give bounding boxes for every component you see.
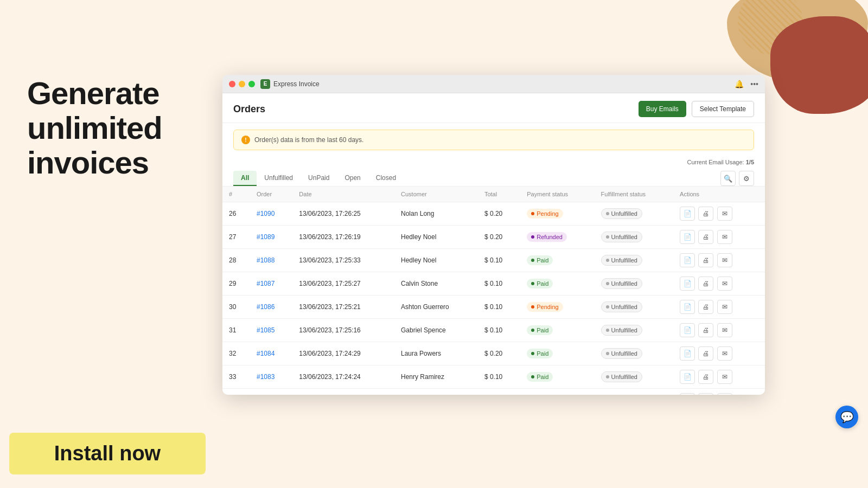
col-payment: Payment status [520, 187, 594, 202]
email-button[interactable]: ✉ [717, 230, 732, 244]
email-button[interactable]: ✉ [717, 300, 732, 314]
cell-order: #1083 [250, 365, 292, 389]
print-button[interactable]: 🖨 [698, 393, 713, 395]
email-button[interactable]: ✉ [717, 370, 732, 384]
col-fulfillment: Fulfillment status [595, 187, 673, 202]
col-total: Total [478, 187, 520, 202]
cell-total: $ 0.20 [478, 226, 520, 249]
cell-actions: 📄 🖨 ✉ [673, 389, 765, 395]
order-link[interactable]: #1089 [257, 233, 275, 241]
cell-fulfillment: Unfulfilled [595, 202, 673, 226]
tab-unfulfilled[interactable]: Unfulfilled [257, 171, 301, 186]
download-button[interactable]: 📄 [680, 323, 695, 337]
order-link[interactable]: #1084 [257, 350, 275, 357]
download-button[interactable]: 📄 [680, 300, 695, 314]
table-row: 33 #1083 13/06/2023, 17:24:24 Henry Rami… [222, 365, 765, 389]
fulfillment-badge: Unfulfilled [601, 232, 642, 242]
print-button[interactable]: 🖨 [698, 253, 713, 267]
cell-payment: Refunded [520, 226, 594, 249]
cell-total: $ 0.20 [478, 342, 520, 365]
cell-num: 29 [222, 272, 250, 296]
order-link[interactable]: #1086 [257, 303, 275, 311]
email-button[interactable]: ✉ [717, 346, 732, 361]
payment-badge-dot [531, 259, 534, 262]
print-button[interactable]: 🖨 [698, 370, 713, 384]
cell-fulfillment: Unfulfilled [595, 319, 673, 342]
order-link[interactable]: #1088 [257, 256, 275, 264]
order-link[interactable]: #1085 [257, 326, 275, 334]
search-button[interactable]: 🔍 [720, 171, 736, 186]
print-button[interactable]: 🖨 [698, 207, 713, 221]
cell-date: 13/06/2023, 17:25:33 [292, 249, 394, 272]
table-row: 26 #1090 13/06/2023, 17:26:25 Nolan Long… [222, 202, 765, 226]
left-panel: Generate unlimited invoices [27, 76, 212, 179]
bell-icon[interactable]: 🔔 [735, 80, 744, 88]
payment-badge: Pending [527, 209, 563, 219]
cell-actions: 📄 🖨 ✉ [673, 342, 765, 365]
table-header-row: # Order Date Customer Total Payment stat… [222, 187, 765, 202]
cell-date: 13/06/2023, 17:25:16 [292, 319, 394, 342]
chat-button[interactable]: 💬 [835, 406, 858, 428]
download-button[interactable]: 📄 [680, 277, 695, 291]
install-now-button[interactable]: Install now [9, 433, 206, 474]
traffic-lights [229, 81, 255, 87]
print-button[interactable]: 🖨 [698, 300, 713, 314]
print-button[interactable]: 🖨 [698, 346, 713, 361]
order-link[interactable]: #1087 [257, 280, 275, 287]
tab-all[interactable]: All [233, 171, 257, 186]
select-template-button[interactable]: Select Template [692, 101, 754, 117]
tab-closed[interactable]: Closed [368, 171, 404, 186]
buy-emails-button[interactable]: Buy Emails [639, 101, 686, 117]
col-actions: Actions [673, 187, 765, 202]
headline: Generate unlimited invoices [27, 76, 212, 179]
cell-date: 13/06/2023, 17:25:21 [292, 296, 394, 319]
email-button[interactable]: ✉ [717, 393, 732, 395]
more-options-icon[interactable]: ••• [750, 80, 758, 88]
col-date: Date [292, 187, 394, 202]
cell-customer: Calvin Stone [394, 272, 478, 296]
print-button[interactable]: 🖨 [698, 323, 713, 337]
cell-num: 27 [222, 226, 250, 249]
email-button[interactable]: ✉ [717, 277, 732, 291]
info-icon: ! [241, 136, 250, 144]
download-button[interactable]: 📄 [680, 393, 695, 395]
app-window: E Express Invoice 🔔 ••• Orders Buy Email… [222, 75, 765, 395]
payment-badge: Paid [527, 372, 553, 382]
header-actions: Buy Emails Select Template [639, 101, 754, 117]
email-button[interactable]: ✉ [717, 207, 732, 221]
download-button[interactable]: 📄 [680, 370, 695, 384]
maximize-button[interactable] [248, 81, 255, 87]
app-title: Express Invoice [273, 80, 320, 88]
order-link[interactable]: #1090 [257, 210, 275, 217]
print-button[interactable]: 🖨 [698, 277, 713, 291]
cell-order: #1084 [250, 342, 292, 365]
tab-open[interactable]: Open [337, 171, 368, 186]
download-button[interactable]: 📄 [680, 253, 695, 267]
cell-customer: Laura Powers [394, 342, 478, 365]
cell-payment: Paid [520, 249, 594, 272]
cell-total: $ 0.10 [478, 365, 520, 389]
email-button[interactable]: ✉ [717, 323, 732, 337]
cell-date: 13/06/2023, 17:24:18 [292, 389, 394, 395]
minimize-button[interactable] [239, 81, 245, 87]
cell-date: 13/06/2023, 17:26:25 [292, 202, 394, 226]
payment-badge-dot [531, 282, 534, 285]
table-row: 32 #1084 13/06/2023, 17:24:29 Laura Powe… [222, 342, 765, 365]
filter-button[interactable]: ⚙ [739, 171, 754, 186]
close-button[interactable] [229, 81, 235, 87]
email-usage-label: Current Email Usage: [687, 159, 744, 165]
cell-order: #1089 [250, 226, 292, 249]
cell-num: 32 [222, 342, 250, 365]
download-button[interactable]: 📄 [680, 230, 695, 244]
print-button[interactable]: 🖨 [698, 230, 713, 244]
tab-unpaid[interactable]: UnPaid [301, 171, 337, 186]
payment-badge-dot [531, 352, 534, 355]
cell-fulfillment: Unfulfilled [595, 249, 673, 272]
download-button[interactable]: 📄 [680, 207, 695, 221]
email-button[interactable]: ✉ [717, 253, 732, 267]
chat-icon: 💬 [840, 410, 854, 423]
download-button[interactable]: 📄 [680, 346, 695, 361]
cell-fulfillment: Unfulfilled [595, 342, 673, 365]
title-bar-right: 🔔 ••• [735, 80, 758, 88]
order-link[interactable]: #1083 [257, 373, 275, 381]
